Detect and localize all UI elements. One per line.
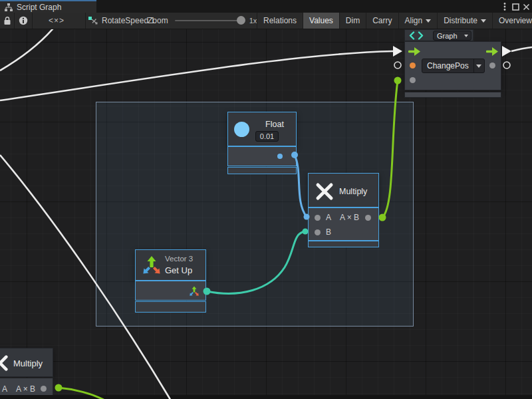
tab-bar: Script Graph <box>0 0 532 13</box>
values-button[interactable]: Values <box>303 13 340 29</box>
zoom-slider[interactable] <box>175 20 244 21</box>
wire-endpoint-dot <box>55 384 63 392</box>
code-preview-button[interactable]: <×> <box>41 13 72 29</box>
chevron-down-icon <box>426 19 431 23</box>
info-icon[interactable] <box>14 13 32 29</box>
distribute-dropdown-button[interactable]: Distribute <box>438 13 493 29</box>
wire-endpoint-dot <box>303 229 309 235</box>
exec-wire-arrowhead-in <box>393 46 402 57</box>
connection-wires-layer[interactable] <box>0 29 532 399</box>
zoom-control: Zoom 1x <box>148 13 257 29</box>
toolbar-buttons: Relations Values Dim Carry Align Distrib… <box>257 13 532 29</box>
script-graph-tab-icon <box>5 3 13 11</box>
wire-float-to-multiply-a[interactable] <box>295 155 307 217</box>
exec-wire-out-right[interactable] <box>511 47 532 51</box>
graph-canvas[interactable]: Graph ChangePos <box>0 29 532 399</box>
chevron-down-icon <box>481 19 486 23</box>
unconnected-port-ring-left[interactable] <box>394 62 401 68</box>
zoom-slider-handle[interactable] <box>237 16 245 25</box>
tab-title: Script Graph <box>17 3 61 12</box>
align-dropdown-button[interactable]: Align <box>399 13 438 29</box>
carry-button[interactable]: Carry <box>366 13 398 29</box>
wire-endpoint-dot <box>291 152 298 158</box>
window-maximize-icon[interactable] <box>511 2 520 11</box>
script-graph-asset-icon <box>88 16 98 25</box>
overview-button[interactable]: Overview <box>493 13 532 29</box>
wire-multiply2-output[interactable] <box>59 388 104 399</box>
unity-script-graph-window: Script Graph <×> <box>0 0 532 399</box>
wire-multiply-to-graphnode[interactable] <box>382 80 398 217</box>
tab-script-graph[interactable]: Script Graph <box>0 0 96 13</box>
wire-getup-to-multiply-b[interactable] <box>207 231 305 293</box>
unconnected-port-ring-right[interactable] <box>503 62 510 68</box>
lock-icon[interactable] <box>0 13 14 29</box>
dim-button[interactable]: Dim <box>340 13 366 29</box>
graph-toolbar: <×> RotateSpeed 1 Zoom 1x Relations Valu… <box>0 13 532 29</box>
exec-wire-arrowhead-out <box>502 46 511 57</box>
window-menu-icon[interactable] <box>500 2 509 11</box>
wire-endpoint-dot <box>394 77 402 84</box>
exec-wire-to-changepos[interactable] <box>0 51 393 100</box>
exec-wire-top-left[interactable] <box>0 29 56 70</box>
zoom-value: 1x <box>249 17 257 25</box>
relations-button[interactable]: Relations <box>257 13 303 29</box>
wire-endpoint-dot <box>304 214 310 220</box>
wire-endpoint-dot <box>379 214 386 221</box>
exec-wire-diagonal[interactable] <box>0 155 172 399</box>
wire-endpoint-dot <box>203 288 211 295</box>
zoom-label: Zoom <box>148 16 168 25</box>
graph-breadcrumb-rotatespeed[interactable]: RotateSpeed 1 <box>88 13 155 29</box>
window-close-icon[interactable] <box>521 2 531 11</box>
